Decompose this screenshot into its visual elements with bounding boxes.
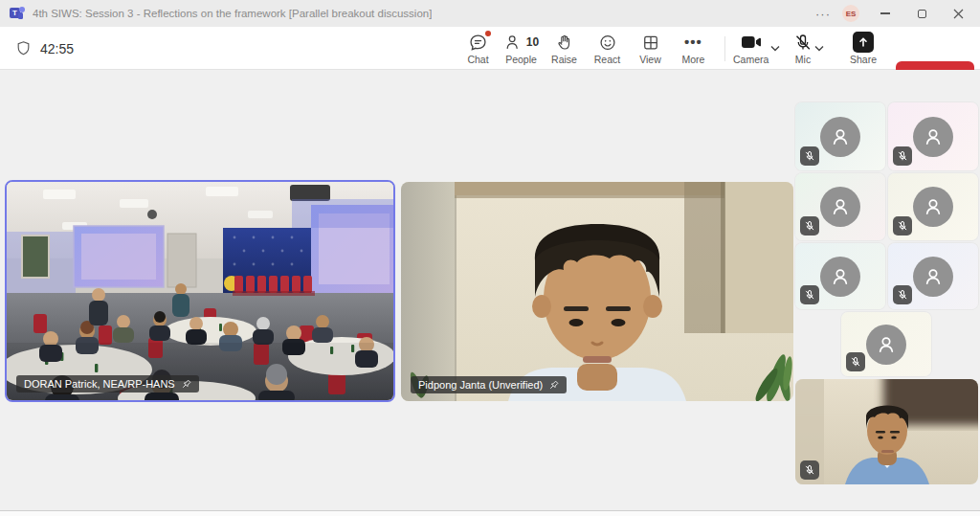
participant-name: Pidpong Janta (Unverified) <box>418 379 543 391</box>
view-grid-icon <box>641 32 660 53</box>
participant-tile[interactable] <box>888 102 978 170</box>
participant-name-label: Pidpong Janta (Unverified) <box>411 376 567 393</box>
avatar-person-icon <box>913 117 953 157</box>
pin-icon[interactable] <box>181 379 191 390</box>
minimize-icon <box>880 12 890 13</box>
avatar-person-icon <box>913 187 953 227</box>
meeting-timer: 42:55 <box>15 27 74 70</box>
video-tile-pidpong[interactable]: Pidpong Janta (Unverified) <box>401 182 793 401</box>
teams-logo-icon: T <box>10 6 25 21</box>
mic-label: Mic <box>795 54 811 65</box>
webcam-video <box>401 182 793 401</box>
pin-icon[interactable] <box>548 380 559 391</box>
meeting-toolbar: 42:55 Chat 10 People <box>0 27 980 70</box>
share-button[interactable]: Share <box>850 29 877 65</box>
camera-chevron-icon[interactable] <box>770 38 780 56</box>
participant-tile[interactable] <box>795 173 885 240</box>
teams-meeting-window: T 4th SIWS: Session 3 - Reflections on t… <box>0 0 980 516</box>
people-label: People <box>505 54 537 65</box>
chat-icon <box>468 32 488 53</box>
video-tile-doran[interactable]: DORAN Patrick, NEA/RP-HANS <box>5 180 395 402</box>
profile-avatar[interactable]: ES <box>842 5 859 22</box>
close-icon <box>953 9 964 19</box>
mic-muted-icon <box>793 32 813 53</box>
shield-icon <box>15 39 32 57</box>
view-label: View <box>639 54 661 65</box>
camera-label: Camera <box>733 54 768 65</box>
more-dots-icon: ••• <box>684 37 702 47</box>
participant-name: DORAN Patrick, NEA/RP-HANS <box>24 378 175 390</box>
mic-muted-badge <box>846 352 865 371</box>
mic-muted-badge <box>893 146 912 166</box>
react-smiley-icon <box>598 32 617 53</box>
share-group: Share <box>850 29 877 65</box>
mic-chevron-icon[interactable] <box>814 38 824 56</box>
react-button[interactable]: React <box>586 29 629 69</box>
webcam-video-small <box>795 379 978 484</box>
avatar-person-icon <box>820 117 860 157</box>
bottom-edge-strip <box>0 510 980 516</box>
avatar-person-icon <box>866 325 906 365</box>
participant-name-label: DORAN Patrick, NEA/RP-HANS <box>16 375 199 393</box>
participant-tile[interactable] <box>795 243 885 309</box>
toolbar-buttons: Chat 10 People Raise <box>457 29 715 69</box>
mic-muted-badge <box>800 146 819 166</box>
conference-room-video <box>7 182 393 400</box>
timer-value: 42:55 <box>40 41 74 56</box>
participant-tile[interactable] <box>841 312 931 376</box>
maximize-button[interactable] <box>905 2 938 25</box>
toolbar-divider <box>724 36 725 61</box>
mic-muted-badge <box>800 285 819 304</box>
titlebar-left: T 4th SIWS: Session 3 - Reflections on t… <box>10 6 432 21</box>
restore-icon <box>918 10 926 18</box>
avatar-person-icon <box>820 187 860 227</box>
chat-button[interactable]: Chat <box>457 29 500 69</box>
more-label: More <box>682 54 705 65</box>
mic-muted-badge <box>893 285 912 304</box>
titlebar-more-icon[interactable]: ··· <box>808 7 838 21</box>
close-button[interactable] <box>942 2 974 25</box>
video-tile-webcam-small[interactable] <box>795 379 978 484</box>
titlebar: T 4th SIWS: Session 3 - Reflections on t… <box>0 0 980 27</box>
raise-label: Raise <box>551 54 577 65</box>
chat-unread-badge <box>485 31 491 36</box>
window-title: 4th SIWS: Session 3 - Reflections on the… <box>33 8 432 19</box>
mic-button[interactable]: Mic <box>793 29 813 65</box>
camera-group: Camera <box>733 29 780 65</box>
titlebar-right: ··· ES <box>808 2 974 25</box>
avatar-person-icon <box>820 257 860 297</box>
more-button[interactable]: ••• More <box>672 29 715 69</box>
raise-hand-icon <box>555 32 574 53</box>
mic-muted-badge <box>893 216 912 236</box>
chat-label: Chat <box>467 54 488 65</box>
mic-muted-badge <box>800 460 819 480</box>
mic-group: Mic <box>793 29 824 65</box>
raise-hand-button[interactable]: Raise <box>543 29 586 69</box>
react-label: React <box>594 54 620 65</box>
teams-logo-bar <box>18 12 23 19</box>
people-icon: 10 <box>503 32 539 53</box>
participant-tile[interactable] <box>888 243 978 309</box>
participant-tile[interactable] <box>795 102 885 170</box>
mic-muted-badge <box>800 216 819 236</box>
share-label: Share <box>850 54 877 65</box>
share-icon <box>853 32 874 53</box>
avatar-person-icon <box>913 257 953 297</box>
participant-count: 10 <box>526 35 539 49</box>
participant-tile[interactable] <box>888 173 978 240</box>
camera-button[interactable]: Camera <box>733 29 768 65</box>
people-button[interactable]: 10 People <box>500 29 543 69</box>
camera-icon <box>740 32 763 53</box>
minimize-button[interactable] <box>869 2 902 25</box>
view-button[interactable]: View <box>629 29 672 69</box>
